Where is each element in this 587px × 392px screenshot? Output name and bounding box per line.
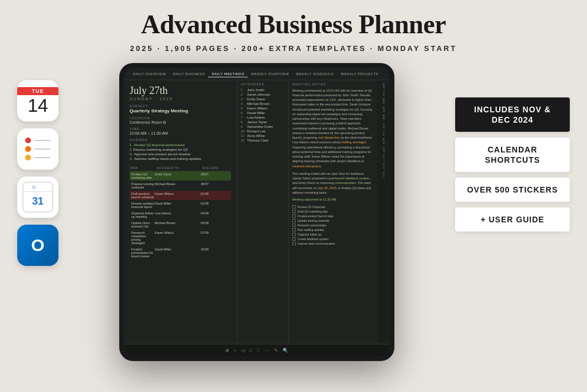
time-label: TIME:	[130, 127, 204, 131]
sidebar-month: DEC	[382, 171, 385, 178]
task-name: Review updated financial report	[131, 202, 155, 209]
toolbar-icon: ⊞	[225, 348, 229, 353]
notes-text-2: The meeting ended with an open floor for…	[292, 171, 374, 195]
sidebar-month: FEB	[382, 90, 385, 96]
table-row: Draft product launch schedule Karen Wils…	[130, 191, 231, 200]
task-table-header: TASK ASSIGNED TO DUE DATE	[130, 165, 231, 171]
task-due: 10/09	[201, 248, 229, 258]
reminders-dots	[21, 133, 55, 165]
svg-text:G: G	[32, 185, 36, 190]
list-item: Finalize product launch date	[292, 214, 374, 218]
task-due: 30/07	[201, 182, 229, 189]
tasks-table: TASK ASSIGNED TO DUE DATE Finalize Q3 ma…	[130, 165, 231, 259]
time-value: 10:00 AM – 11:30 AM	[130, 131, 204, 135]
task-assigned: Michael Brown	[155, 221, 201, 228]
sidebar-month: JAN	[382, 83, 385, 89]
list-item: 9Samantha Green	[241, 125, 285, 128]
sidebar-month: JUN	[382, 123, 385, 129]
toolbar-icon: ◁	[241, 348, 245, 353]
list-item: Update training materials	[292, 219, 374, 222]
list-item: Create feedback system	[292, 237, 374, 241]
gcal-body: 31	[24, 192, 52, 211]
task-name: Organize follow-up meeting	[131, 211, 155, 218]
meeting-left-col: SUBJECT: Quarterly Strategy Meeting LOCA…	[130, 104, 204, 162]
sidebar-month: APR	[382, 107, 385, 113]
sidebar-month: OCT	[382, 155, 385, 161]
task-due: 07/09	[201, 231, 229, 245]
nav-daily-business[interactable]: DAILY BUSINESS	[170, 71, 209, 77]
notes-column: MEETING NOTES Meeting commenced at 10:00…	[288, 80, 377, 353]
notes-title: MEETING NOTES	[292, 83, 374, 86]
orange-dot	[25, 146, 31, 152]
list-item: 3Emily Davis	[241, 97, 285, 101]
task-name: Finalize Q3 marketing plan	[131, 173, 155, 179]
notes-adjourned: Meeting adjourned at 11:30 AM.	[292, 197, 374, 202]
app-icons-column: TUE 14	[17, 63, 58, 266]
assigned-col-header: ASSIGNED TO	[156, 166, 202, 170]
table-row: Finalize Q3 marketing plan Emily Davis 2…	[130, 171, 231, 181]
subtitle: 2025 · 1,905 PAGES · 200+ EXTRA TEMPLATE…	[11, 44, 576, 53]
badge-text: CALENDAR SHORTCUTS	[485, 145, 540, 164]
badge-nov-dec: INCLUDES NOV & DEC 2024	[455, 97, 570, 132]
task-name: Draft product launch schedule	[131, 192, 155, 199]
page-title: Advanced Business Planner	[11, 10, 576, 40]
table-row: Update client outreach list Michael Brow…	[130, 220, 231, 229]
list-item: 8James Taylor	[241, 120, 285, 124]
sidebar-month: MAR	[382, 98, 385, 105]
badge-text: OVER 500 STICKERS	[467, 185, 558, 194]
list-item: Improve team communication	[292, 242, 374, 245]
reminder-line	[34, 157, 50, 158]
header: Advanced Business Planner 2025 · 1,905 P…	[0, 0, 587, 57]
subject-label: SUBJECT:	[130, 104, 204, 108]
task-assigned: David Miller	[155, 248, 201, 258]
gcal-top-bar: G	[24, 183, 52, 192]
task-name: Prepare training materials	[131, 182, 155, 189]
list-item: Draft Q3 marketing plan	[292, 210, 374, 213]
badge-user-guide: + USER GUIDE	[455, 207, 570, 232]
tablet-toolbar: ⊞ ○ ◁ □ ♡ ⋯ ✎ 🔍	[124, 344, 390, 356]
reminders-icon	[17, 128, 58, 170]
checkbox-list: Review Q2 Financials Draft Q3 marketing …	[292, 205, 374, 245]
gcal-grid: G 31	[22, 182, 53, 213]
task-assigned: David Miller	[155, 202, 201, 209]
nav-daily-overview[interactable]: DAILY OVERVIEW	[130, 71, 170, 77]
toolbar-icon: □	[249, 348, 252, 353]
table-row: Research competitor pricing strategies K…	[130, 230, 231, 246]
tablet-container: DAILY OVERVIEW DAILY BUSINESS DAILY MEET…	[70, 63, 444, 361]
task-assigned: Lisa Adams	[155, 211, 201, 218]
task-col-header: TASK	[130, 166, 156, 170]
badge-stickers: OVER 500 STICKERS	[455, 178, 570, 202]
feature-badges-panel: INCLUDES NOV & DEC 2024 CALENDAR SHORTCU…	[455, 63, 570, 232]
list-item: Review Q2 Financials	[292, 205, 374, 209]
task-name: Update client outreach list	[131, 221, 155, 228]
badge-text: INCLUDES NOV & DEC 2024	[474, 105, 551, 124]
badge-calendar-shortcuts: CALENDAR SHORTCUTS	[455, 138, 570, 172]
task-name: Research competitor pricing strategies	[131, 231, 155, 245]
nav-weekly-schedule[interactable]: WEEKLY SCHEDULE	[292, 71, 337, 77]
notes-text: Meeting commenced at 10:00 AM with an ov…	[292, 88, 374, 168]
meeting-info: SUBJECT: Quarterly Strategy Meeting LOCA…	[130, 104, 231, 162]
task-assigned: Karen Wilson	[155, 192, 201, 199]
tablet-device: DAILY OVERVIEW DAILY BUSINESS DAILY MEET…	[119, 63, 394, 361]
attendees-title: ATTENDEES	[241, 83, 285, 86]
nav-daily-meetings[interactable]: DAILY MEETINGS	[208, 71, 248, 77]
list-item: Plan staffing updates	[292, 228, 374, 232]
outlook-letter: O	[31, 236, 44, 255]
list-item: 10Richard Lee	[241, 130, 285, 133]
task-due: 04/09	[201, 211, 229, 218]
location-value: Conference Room B	[130, 120, 204, 124]
tablet-right-sidebar: JAN FEB MAR APR MAY JUN JUL AUG SEP OCT …	[377, 80, 390, 353]
task-due: 01/08	[201, 202, 229, 209]
list-item: Research partnerships	[292, 224, 374, 227]
gcal-number: 31	[24, 192, 52, 211]
due-col-header: DUE DATE	[202, 166, 231, 170]
list-item: 4Michael Brown	[241, 102, 285, 105]
tablet-main-area: July 27th SUNDAY · 2025 SUBJECT: Quarter…	[124, 80, 237, 353]
tablet-nav: DAILY OVERVIEW DAILY BUSINESS DAILY MEET…	[124, 68, 390, 80]
tablet-screen: DAILY OVERVIEW DAILY BUSINESS DAILY MEET…	[124, 68, 390, 356]
nav-weekly-overview[interactable]: WEEKLY OVERVIEW	[248, 71, 292, 77]
subject-value: Quarterly Strategy Meeting	[130, 108, 204, 113]
agenda-item-1: 1. Review Q2 financial performance	[130, 143, 204, 147]
outlook-inner: O	[17, 225, 58, 266]
nav-weekly-projects[interactable]: WEEKLY PROJECTS	[337, 71, 382, 77]
